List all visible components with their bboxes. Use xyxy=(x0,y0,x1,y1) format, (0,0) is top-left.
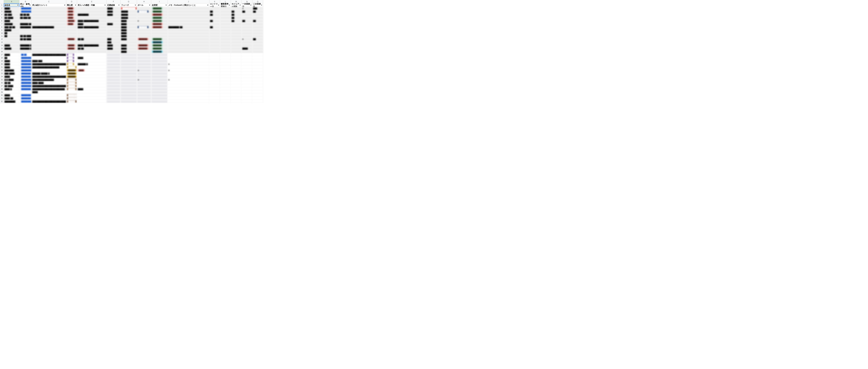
header-cell-13[interactable]: 一次面接日 xyxy=(242,3,252,7)
cell-19-k[interactable] xyxy=(209,60,220,63)
cell-3-d[interactable]: ████ xyxy=(66,10,77,13)
filter-icon[interactable] xyxy=(135,5,136,6)
cell-28-h[interactable] xyxy=(137,88,151,91)
header-cell-4[interactable]: 求人への感想・印象 xyxy=(77,3,106,7)
cell-8-c[interactable]: ████████████████ xyxy=(32,26,66,29)
cell-9-m[interactable] xyxy=(231,29,242,32)
cell-11-b[interactable]: ██ ██ ████████ xyxy=(20,35,32,38)
cell-2-e[interactable] xyxy=(77,7,106,10)
cell-24-e[interactable] xyxy=(77,75,106,78)
cell-9-o[interactable] xyxy=(252,29,263,32)
cell-15-g[interactable]: ████ xyxy=(121,47,137,50)
cell-22-m[interactable] xyxy=(231,69,242,72)
cell-7-c[interactable] xyxy=(32,23,66,26)
cell-12-j[interactable] xyxy=(168,38,209,41)
cell-25-d[interactable]: ██████ xyxy=(66,78,77,82)
cell-4-n2[interactable] xyxy=(242,13,252,16)
cell-6-b[interactable] xyxy=(20,20,32,23)
col-header-I[interactable]: I xyxy=(151,0,168,3)
cell-2-f[interactable]: ████ xyxy=(106,7,121,10)
cell-12-g[interactable]: ████ xyxy=(121,38,137,41)
row-header-11[interactable]: 11 xyxy=(0,35,4,38)
header-cell-8[interactable]: 志望度 xyxy=(151,3,168,7)
cell-28-n2[interactable] xyxy=(242,88,252,91)
cell-25-a[interactable]: █ █ ████ xyxy=(4,78,20,82)
cell-4-c[interactable] xyxy=(32,13,66,16)
row-header-18[interactable]: 18 xyxy=(0,56,4,60)
cell-25-b[interactable]: ████████████ xyxy=(20,78,32,82)
cell-18-e[interactable]: ████ xyxy=(77,56,106,60)
cell-10-e[interactable] xyxy=(77,32,106,35)
cell-20-d[interactable]: ████ xyxy=(66,63,77,66)
cell-26-m[interactable] xyxy=(231,82,242,85)
cell-8-m[interactable] xyxy=(231,26,242,29)
col-header-H[interactable]: H xyxy=(137,0,151,3)
cell-7-h[interactable] xyxy=(137,23,151,26)
cell-9-e[interactable] xyxy=(77,29,106,32)
cell-17-b[interactable]: ██ ██ xyxy=(20,53,32,56)
cell-14-f[interactable]: ████ xyxy=(106,44,121,47)
cell-8-b[interactable]: ████████ xyxy=(20,26,32,29)
cell-3-m[interactable]: ██ xyxy=(231,10,242,13)
cell-26-i[interactable] xyxy=(151,82,167,84)
cell-24-d[interactable]: ██████ xyxy=(66,75,77,78)
filter-icon[interactable] xyxy=(104,5,106,6)
cell-29-j[interactable] xyxy=(168,91,209,94)
cell-32-d[interactable]: ██████ xyxy=(66,100,77,103)
cell-20-k[interactable] xyxy=(209,63,220,66)
header-cell-5[interactable]: 応募経路 xyxy=(106,3,121,7)
cell-22-g[interactable] xyxy=(121,69,137,72)
cell-17-m[interactable] xyxy=(231,53,242,56)
cell-28-k[interactable] xyxy=(209,88,220,91)
cell-16-k[interactable] xyxy=(209,50,220,53)
cell-23-j[interactable] xyxy=(168,72,209,75)
cell-19-i[interactable] xyxy=(151,60,167,62)
cell-17-f[interactable] xyxy=(107,54,120,56)
cell-4-i[interactable]: ███████ xyxy=(151,13,168,16)
cell-19-j[interactable] xyxy=(168,60,209,63)
header-cell-0[interactable]: 会社名 xyxy=(4,3,20,7)
filter-icon[interactable] xyxy=(29,5,31,6)
cell-20-j[interactable] xyxy=(168,63,209,66)
cell-23-b[interactable]: ████████ xyxy=(20,72,32,75)
cell-25-f[interactable] xyxy=(107,79,120,81)
cell-21-g[interactable] xyxy=(121,66,137,69)
cell-24-k[interactable] xyxy=(209,75,220,78)
cell-2-o[interactable]: ███ xyxy=(252,7,263,10)
cell-9-f[interactable] xyxy=(106,29,121,32)
row-header-12[interactable]: 12 xyxy=(0,38,4,41)
cell-12-n2[interactable] xyxy=(242,38,252,41)
cell-29-b[interactable] xyxy=(20,91,32,94)
cell-10-a[interactable]: ██ xyxy=(4,32,20,35)
cell-21-d[interactable]: ██████ xyxy=(66,66,77,69)
cell-29-n2[interactable] xyxy=(242,91,252,94)
cell-30-m[interactable] xyxy=(231,94,242,97)
cell-18-j[interactable] xyxy=(168,56,209,60)
cell-10-h[interactable] xyxy=(137,32,151,35)
header-cell-1[interactable]: 求人・参考URL xyxy=(20,3,32,7)
cell-29-c[interactable]: ████ xyxy=(32,91,66,94)
cell-23-o[interactable] xyxy=(252,72,263,75)
cell-29-h[interactable] xyxy=(137,91,151,94)
cell-15-b[interactable]: ███████ ████████ xyxy=(20,47,32,50)
cell-25-j[interactable] xyxy=(168,78,209,82)
cell-11-d[interactable] xyxy=(66,35,77,38)
row-header-30[interactable]: 30 xyxy=(0,94,4,97)
cell-30-c[interactable] xyxy=(32,94,66,97)
cell-21-e[interactable] xyxy=(77,66,106,69)
cell-13-f[interactable]: ███ xyxy=(106,41,121,44)
cell-26-c[interactable]: ████ ████ xyxy=(32,82,66,85)
cell-3-n2[interactable]: ██ xyxy=(242,10,252,13)
cell-22-j[interactable] xyxy=(168,69,209,72)
cell-19-e[interactable] xyxy=(77,60,106,63)
cell-7-m[interactable] xyxy=(231,23,242,26)
row-header-27[interactable]: 27 xyxy=(0,85,4,88)
cell-28-m[interactable] xyxy=(231,88,242,91)
cell-2-m[interactable] xyxy=(231,7,242,10)
cell-7-n2[interactable] xyxy=(242,23,252,26)
cell-31-e[interactable] xyxy=(77,97,106,100)
cell-26-l[interactable] xyxy=(220,82,231,85)
cell-19-l[interactable] xyxy=(220,60,231,63)
cell-3-j[interactable] xyxy=(168,10,209,13)
cell-19-n2[interactable] xyxy=(242,60,252,63)
